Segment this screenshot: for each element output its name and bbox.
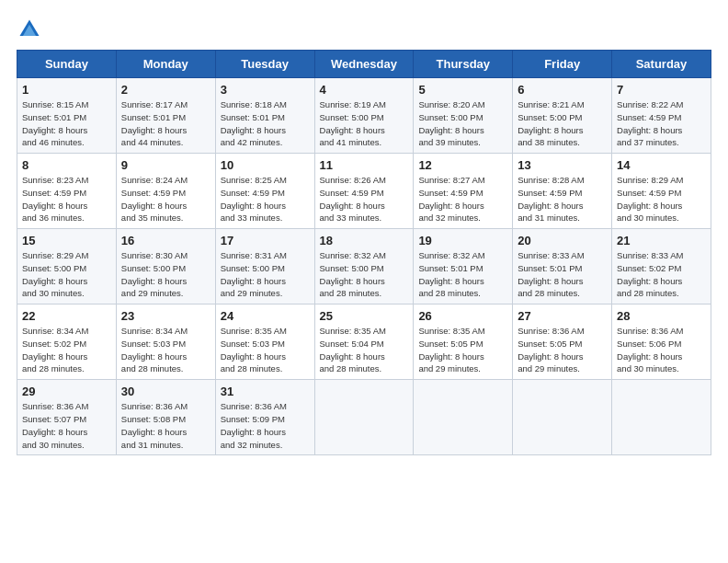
day-cell: 1Sunrise: 8:15 AMSunset: 5:01 PMDaylight… [17,78,117,154]
day-cell: 15Sunrise: 8:29 AMSunset: 5:00 PMDayligh… [17,229,117,304]
day-cell: 22Sunrise: 8:34 AMSunset: 5:02 PMDayligh… [17,304,117,380]
weekday-friday: Friday [513,51,612,78]
day-number: 4 [320,83,409,97]
day-number: 27 [518,309,607,323]
day-cell: 2Sunrise: 8:17 AMSunset: 5:01 PMDaylight… [116,78,215,154]
header [17,17,711,42]
day-cell: 19Sunrise: 8:32 AMSunset: 5:01 PMDayligh… [414,229,513,304]
day-number: 6 [518,83,607,97]
day-info: Sunrise: 8:21 AMSunset: 5:00 PMDaylight:… [518,98,607,149]
day-info: Sunrise: 8:27 AMSunset: 4:59 PMDaylight:… [418,174,507,224]
day-info: Sunrise: 8:18 AMSunset: 5:01 PMDaylight:… [221,98,310,149]
day-info: Sunrise: 8:36 AMSunset: 5:08 PMDaylight:… [121,400,210,451]
day-number: 25 [320,309,409,323]
day-number: 29 [22,385,111,398]
day-number: 12 [418,158,507,172]
day-number: 15 [22,234,111,247]
day-cell: 11Sunrise: 8:26 AMSunset: 4:59 PMDayligh… [314,154,414,229]
day-cell: 17Sunrise: 8:31 AMSunset: 5:00 PMDayligh… [215,229,314,304]
week-row-3: 15Sunrise: 8:29 AMSunset: 5:00 PMDayligh… [17,229,711,304]
day-info: Sunrise: 8:20 AMSunset: 5:00 PMDaylight:… [418,98,507,149]
day-info: Sunrise: 8:24 AMSunset: 4:59 PMDaylight:… [121,174,210,224]
day-number: 13 [518,158,607,172]
day-cell: 3Sunrise: 8:18 AMSunset: 5:01 PMDaylight… [215,78,314,154]
day-info: Sunrise: 8:29 AMSunset: 4:59 PMDaylight:… [617,174,706,224]
day-info: Sunrise: 8:34 AMSunset: 5:03 PMDaylight:… [121,325,210,375]
day-cell: 20Sunrise: 8:33 AMSunset: 5:01 PMDayligh… [513,229,612,304]
day-info: Sunrise: 8:35 AMSunset: 5:05 PMDaylight:… [418,325,507,375]
day-cell: 24Sunrise: 8:35 AMSunset: 5:03 PMDayligh… [215,304,314,380]
day-number: 2 [121,83,210,97]
day-number: 9 [121,158,210,172]
day-number: 24 [221,309,310,323]
day-cell: 26Sunrise: 8:35 AMSunset: 5:05 PMDayligh… [414,304,513,380]
week-row-5: 29Sunrise: 8:36 AMSunset: 5:07 PMDayligh… [17,380,711,455]
weekday-monday: Monday [116,51,215,78]
day-cell: 23Sunrise: 8:34 AMSunset: 5:03 PMDayligh… [116,304,215,380]
day-cell: 5Sunrise: 8:20 AMSunset: 5:00 PMDaylight… [414,78,513,154]
day-cell: 4Sunrise: 8:19 AMSunset: 5:00 PMDaylight… [314,78,414,154]
day-cell: 29Sunrise: 8:36 AMSunset: 5:07 PMDayligh… [17,380,117,455]
calendar-header: SundayMondayTuesdayWednesdayThursdayFrid… [17,51,711,78]
day-info: Sunrise: 8:15 AMSunset: 5:01 PMDaylight:… [22,98,111,149]
day-number: 8 [22,158,111,172]
day-cell: 14Sunrise: 8:29 AMSunset: 4:59 PMDayligh… [612,154,711,229]
day-number: 20 [518,234,607,247]
day-number: 22 [22,309,111,323]
day-number: 23 [121,309,210,323]
day-cell: 18Sunrise: 8:32 AMSunset: 5:00 PMDayligh… [314,229,414,304]
day-info: Sunrise: 8:33 AMSunset: 5:02 PMDaylight:… [617,249,706,300]
day-number: 31 [221,385,310,398]
day-info: Sunrise: 8:28 AMSunset: 4:59 PMDaylight:… [518,174,607,224]
day-cell: 31Sunrise: 8:36 AMSunset: 5:09 PMDayligh… [215,380,314,455]
day-number: 1 [22,83,111,97]
day-number: 17 [221,234,310,247]
day-info: Sunrise: 8:35 AMSunset: 5:03 PMDaylight:… [221,325,310,375]
weekday-tuesday: Tuesday [215,51,314,78]
day-number: 3 [221,83,310,97]
page-container: SundayMondayTuesdayWednesdayThursdayFrid… [0,0,728,465]
day-number: 28 [617,309,706,323]
day-info: Sunrise: 8:32 AMSunset: 5:01 PMDaylight:… [418,249,507,300]
day-number: 18 [320,234,409,247]
day-info: Sunrise: 8:36 AMSunset: 5:05 PMDaylight:… [518,325,607,375]
day-info: Sunrise: 8:36 AMSunset: 5:06 PMDaylight:… [617,325,706,375]
day-info: Sunrise: 8:17 AMSunset: 5:01 PMDaylight:… [121,98,210,149]
week-row-1: 1Sunrise: 8:15 AMSunset: 5:01 PMDaylight… [17,78,711,154]
day-number: 7 [617,83,706,97]
weekday-saturday: Saturday [612,51,711,78]
day-number: 14 [617,158,706,172]
day-info: Sunrise: 8:19 AMSunset: 5:00 PMDaylight:… [320,98,409,149]
week-row-2: 8Sunrise: 8:23 AMSunset: 4:59 PMDaylight… [17,154,711,229]
day-cell: 7Sunrise: 8:22 AMSunset: 4:59 PMDaylight… [612,78,711,154]
day-cell: 21Sunrise: 8:33 AMSunset: 5:02 PMDayligh… [612,229,711,304]
day-info: Sunrise: 8:36 AMSunset: 5:07 PMDaylight:… [22,400,111,451]
day-info: Sunrise: 8:23 AMSunset: 4:59 PMDaylight:… [22,174,111,224]
day-info: Sunrise: 8:31 AMSunset: 5:00 PMDaylight:… [221,249,310,300]
day-number: 10 [221,158,310,172]
day-cell: 12Sunrise: 8:27 AMSunset: 4:59 PMDayligh… [414,154,513,229]
day-cell: 8Sunrise: 8:23 AMSunset: 4:59 PMDaylight… [17,154,117,229]
day-info: Sunrise: 8:25 AMSunset: 4:59 PMDaylight:… [221,174,310,224]
day-cell: 27Sunrise: 8:36 AMSunset: 5:05 PMDayligh… [513,304,612,380]
day-number: 21 [617,234,706,247]
logo-icon [17,17,42,42]
logo [17,17,46,42]
day-info: Sunrise: 8:29 AMSunset: 5:00 PMDaylight:… [22,249,111,300]
day-info: Sunrise: 8:22 AMSunset: 4:59 PMDaylight:… [617,98,706,149]
day-info: Sunrise: 8:34 AMSunset: 5:02 PMDaylight:… [22,325,111,375]
calendar-table: SundayMondayTuesdayWednesdayThursdayFrid… [17,50,711,455]
day-info: Sunrise: 8:36 AMSunset: 5:09 PMDaylight:… [221,400,310,451]
day-cell: 13Sunrise: 8:28 AMSunset: 4:59 PMDayligh… [513,154,612,229]
day-cell: 28Sunrise: 8:36 AMSunset: 5:06 PMDayligh… [612,304,711,380]
day-info: Sunrise: 8:32 AMSunset: 5:00 PMDaylight:… [320,249,409,300]
day-cell: 16Sunrise: 8:30 AMSunset: 5:00 PMDayligh… [116,229,215,304]
day-cell [414,380,513,455]
day-number: 26 [418,309,507,323]
weekday-thursday: Thursday [414,51,513,78]
weekday-sunday: Sunday [17,51,117,78]
day-info: Sunrise: 8:30 AMSunset: 5:00 PMDaylight:… [121,249,210,300]
day-cell: 30Sunrise: 8:36 AMSunset: 5:08 PMDayligh… [116,380,215,455]
day-cell [314,380,414,455]
day-info: Sunrise: 8:26 AMSunset: 4:59 PMDaylight:… [320,174,409,224]
